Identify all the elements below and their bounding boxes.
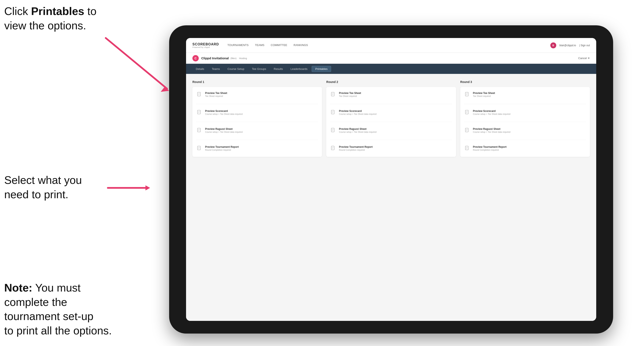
round-column-2: Round 2 Preview Tee SheetTee Sheet requi… <box>326 80 456 315</box>
list-item[interactable]: Preview Tee SheetTee Sheet required <box>464 91 586 99</box>
list-item[interactable]: Preview Raguzzi SheetCourse setup + Tee … <box>330 127 452 135</box>
brand-title: SCOREBOARD <box>192 42 219 46</box>
nav-committee[interactable]: COMMITTEE <box>271 42 287 48</box>
round-title-3: Round 3 <box>460 80 590 84</box>
document-icon <box>331 92 336 98</box>
document-icon <box>197 92 202 98</box>
nav-rankings[interactable]: RANKINGS <box>294 42 308 48</box>
svg-line-0 <box>106 38 167 89</box>
print-text: Preview ScorecardCourse setup + Tee Shee… <box>205 110 242 115</box>
round-title-2: Round 2 <box>326 80 456 84</box>
list-item[interactable]: Preview Tournament ReportRound Completio… <box>196 145 318 153</box>
tab-tee-groups[interactable]: Tee Groups <box>249 66 270 72</box>
round-column-1: Round 1 Preview Tee SheetTee Sheet requi… <box>192 80 322 315</box>
top-nav-right: B blair@clippd.io | Sign out <box>550 42 590 48</box>
document-icon <box>331 146 336 152</box>
round-card-1: Preview Tee SheetTee Sheet required Prev… <box>192 87 322 157</box>
svg-marker-1 <box>161 87 169 92</box>
print-text: Preview Tournament ReportRound Completio… <box>339 146 372 151</box>
document-icon <box>197 128 202 134</box>
print-text: Preview Tee SheetTee Sheet required <box>339 92 361 97</box>
document-icon <box>197 146 202 152</box>
print-item-title: Preview Tee Sheet <box>205 92 227 95</box>
nav-teams[interactable]: TEAMS <box>255 42 264 48</box>
tab-printables[interactable]: Printables <box>312 66 331 72</box>
nav-tournaments[interactable]: TOURNAMENTS <box>228 42 249 48</box>
annotation-bottom: Note: You must complete the tournament s… <box>4 281 112 338</box>
print-item-subtitle: Course setup + Tee Sheet data required <box>339 113 376 115</box>
divider <box>330 122 452 122</box>
arrow-top-icon <box>93 36 178 99</box>
print-item-subtitle: Round Completion required <box>473 149 506 151</box>
print-text: Preview Raguzzi SheetCourse setup + Tee … <box>205 128 242 133</box>
print-item-subtitle: Tee Sheet required <box>205 95 227 97</box>
tablet-screen: SCOREBOARD Powered by clippd TOURNAMENTS… <box>186 38 596 321</box>
print-text: Preview Tee SheetTee Sheet required <box>205 92 227 97</box>
tab-details[interactable]: Details <box>192 66 208 72</box>
print-item-subtitle: Tee Sheet required <box>473 95 495 97</box>
tab-teams[interactable]: Teams <box>208 66 223 72</box>
brand: SCOREBOARD Powered by clippd <box>192 42 219 48</box>
print-text: Preview ScorecardCourse setup + Tee Shee… <box>339 110 376 115</box>
print-item-title: Preview Tournament Report <box>473 146 506 148</box>
print-text: Preview Raguzzi SheetCourse setup + Tee … <box>473 128 510 133</box>
list-item[interactable]: Preview Tournament ReportRound Completio… <box>330 145 452 153</box>
tab-course-setup[interactable]: Course Setup <box>224 66 248 72</box>
list-item[interactable]: Preview ScorecardCourse setup + Tee Shee… <box>464 109 586 117</box>
tab-leaderboards[interactable]: Leaderboards <box>287 66 311 72</box>
user-avatar: B <box>550 42 556 48</box>
print-text: Preview Tournament ReportRound Completio… <box>205 146 239 151</box>
print-item-title: Preview Raguzzi Sheet <box>339 128 376 131</box>
print-item-subtitle: Course setup + Tee Sheet data required <box>473 131 510 133</box>
print-item-subtitle: Tee Sheet required <box>339 95 361 97</box>
document-icon <box>465 128 470 134</box>
document-icon <box>331 128 336 134</box>
print-item-title: Preview Scorecard <box>205 110 242 113</box>
document-icon <box>197 110 202 116</box>
divider <box>464 122 586 122</box>
hosting-badge: Hosting <box>239 57 247 59</box>
list-item[interactable]: Preview ScorecardCourse setup + Tee Shee… <box>330 109 452 117</box>
print-item-title: Preview Tee Sheet <box>473 92 495 95</box>
print-item-title: Preview Scorecard <box>473 110 510 113</box>
tab-results[interactable]: Results <box>270 66 286 72</box>
annotation-middle: Select what you need to print. <box>4 173 82 202</box>
arrow-middle-icon <box>95 175 158 200</box>
list-item[interactable]: Preview Raguzzi SheetCourse setup + Tee … <box>464 127 586 135</box>
sign-out-link[interactable]: | Sign out <box>579 44 590 47</box>
cancel-button[interactable]: Cancel ✕ <box>578 57 590 60</box>
divider <box>330 140 452 140</box>
tournament-name: Clippd Invitational <box>201 56 229 60</box>
tab-nav: Details Teams Course Setup Tee Groups Re… <box>186 64 596 74</box>
print-text: Preview Tee SheetTee Sheet required <box>473 92 495 97</box>
list-item[interactable]: Preview ScorecardCourse setup + Tee Shee… <box>196 109 318 117</box>
round-column-3: Round 3 Preview Tee SheetTee Sheet requi… <box>460 80 590 315</box>
user-email: blair@clippd.io <box>560 44 576 47</box>
tournament-logo: C <box>192 55 199 61</box>
document-icon <box>465 146 470 152</box>
brand-sub: Powered by clippd <box>192 46 219 48</box>
list-item[interactable]: Preview Tee SheetTee Sheet required <box>196 91 318 99</box>
divider <box>330 104 452 104</box>
divider <box>196 122 318 122</box>
list-item[interactable]: Preview Tournament ReportRound Completio… <box>464 145 586 153</box>
round-title-1: Round 1 <box>192 80 322 84</box>
top-nav: SCOREBOARD Powered by clippd TOURNAMENTS… <box>186 38 596 53</box>
divider <box>464 140 586 140</box>
tournament-badge: (Men) <box>230 57 236 59</box>
print-item-title: Preview Scorecard <box>339 110 376 113</box>
print-text: Preview ScorecardCourse setup + Tee Shee… <box>473 110 510 115</box>
list-item[interactable]: Preview Tee SheetTee Sheet required <box>330 91 452 99</box>
print-item-title: Preview Tee Sheet <box>339 92 361 95</box>
document-icon <box>465 92 470 98</box>
print-item-subtitle: Round Completion required <box>205 149 239 151</box>
divider <box>464 104 586 104</box>
content-area: Round 1 Preview Tee SheetTee Sheet requi… <box>186 74 596 321</box>
list-item[interactable]: Preview Raguzzi SheetCourse setup + Tee … <box>196 127 318 135</box>
print-item-subtitle: Round Completion required <box>339 149 372 151</box>
print-item-subtitle: Course setup + Tee Sheet data required <box>339 131 376 133</box>
print-item-title: Preview Tournament Report <box>205 146 239 148</box>
print-item-subtitle: Course setup + Tee Sheet data required <box>205 131 242 133</box>
tablet-device: SCOREBOARD Powered by clippd TOURNAMENTS… <box>169 25 613 334</box>
divider <box>196 104 318 104</box>
